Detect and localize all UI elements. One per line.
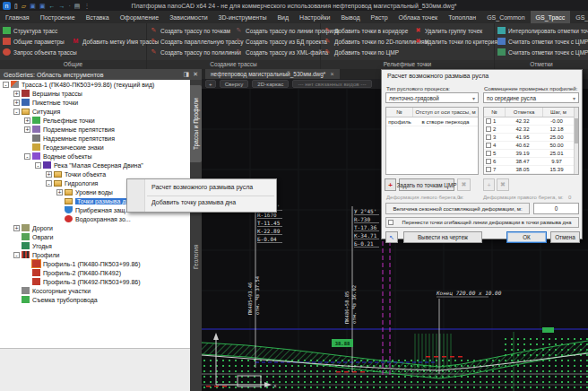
row-checkbox[interactable]	[486, 118, 491, 124]
expand-icon[interactable]	[13, 100, 20, 106]
read-marks-cmr-button[interactable]: Считать отметки точек с ЦМР	[497, 36, 588, 47]
save-icon[interactable]: ▣	[30, 2, 36, 10]
structure-trass-button[interactable]: Структура трасс	[3, 25, 77, 36]
expand-icon[interactable]	[24, 126, 30, 133]
tree-item-relief-points[interactable]: Рельефные точки	[0, 116, 190, 125]
query-object-button[interactable]: Запрос объекта трассы	[3, 47, 77, 57]
pin-icon[interactable]: ◨	[184, 71, 190, 78]
tree-item-vertices[interactable]: Вершины трассы	[0, 89, 190, 98]
transfer-points-row[interactable]: Перенести точки огибающей линии деформац…	[385, 217, 579, 228]
output-to-drawing-button[interactable]: Вывести на чертеж	[403, 231, 482, 243]
tree-item-pickets[interactable]: Пикетные точки	[0, 98, 190, 107]
print-icon[interactable]: ▤	[74, 2, 81, 10]
tree-item-object-points[interactable]: Точки объекта	[0, 169, 190, 178]
add-points-cmr-button[interactable]: ✎Добавить точки по ЦМР	[324, 47, 428, 57]
add-profile-button[interactable]: +	[385, 178, 396, 191]
tab-topoplan[interactable]: Топоплан	[443, 11, 481, 23]
tab-oformlenie[interactable]: Оформление	[115, 11, 164, 23]
seasonal-deformation-input[interactable]: 0	[533, 203, 579, 214]
table-row[interactable]: 638.479.97	[484, 158, 578, 166]
tree-item-situation[interactable]: Ситуация	[0, 107, 190, 116]
tree-item-profiles[interactable]: Профили	[0, 250, 190, 259]
table-row[interactable]: профиль в створе перехода	[386, 117, 478, 126]
row-checkbox[interactable]	[486, 143, 491, 148]
process-type-select[interactable]: ленточно-грядовой▾	[385, 92, 479, 103]
nanocad-logo-icon[interactable]: n	[3, 2, 11, 10]
tree-item-lands[interactable]: Угодья	[0, 241, 190, 250]
save-all-icon[interactable]: ▣	[39, 2, 46, 10]
create-by-polyline-button[interactable]: ✎Создать трассу по полилинии	[150, 47, 244, 57]
tab-nastroyki[interactable]: Настройки	[294, 11, 335, 23]
row-checkbox[interactable]	[486, 135, 491, 140]
row-checkbox[interactable]	[486, 167, 491, 172]
tree-item-slopes[interactable]: Косогорные участки	[0, 286, 190, 295]
undo-icon[interactable]: ←	[49, 2, 56, 10]
viewport-controls-button[interactable]: +	[205, 80, 216, 88]
tab-glavnaya[interactable]: Главная	[0, 11, 35, 23]
interpolate-marks-button[interactable]: Интерполировать отметки точек	[497, 25, 588, 36]
close-palette-icon[interactable]: ✕	[193, 71, 198, 78]
tab-gs-common[interactable]: GS_Common	[481, 11, 530, 23]
tab-postroenie[interactable]: Построение	[35, 11, 81, 23]
set-by-cmr-points-button[interactable]: Задать по точкам ЦМР	[399, 178, 454, 191]
tree-item-geodesic[interactable]: Геодезические знаки	[0, 143, 190, 152]
open-file-icon[interactable]: ▱	[22, 2, 26, 10]
read-marks-cmr-auto-button[interactable]: Считать отметки точек с ЦМР авто	[497, 47, 588, 57]
expand-icon[interactable]	[46, 180, 52, 187]
row-checkbox[interactable]	[486, 151, 491, 156]
add-route-label-button[interactable]: МДобавить метку Имя трассы	[72, 36, 159, 47]
expand-icon[interactable]	[3, 82, 9, 88]
tree-item-roads[interactable]: Дороги	[0, 223, 190, 232]
table-row[interactable]: 539.1925.01	[484, 150, 578, 158]
pick-on-drawing-button[interactable]: ↖	[385, 231, 398, 243]
add-points-2d-button[interactable]: ✎Добавить точки по 2D-полилиниям	[324, 36, 428, 47]
tree-item-river[interactable]: Река "Малая Северная Двина"	[0, 161, 190, 169]
table-row[interactable]: 440.6250.00	[484, 142, 578, 150]
tab-vid[interactable]: Вид	[272, 11, 294, 23]
add-points-corridor-button[interactable]: ✎Добавить точки в коридоре	[324, 25, 428, 36]
tree-item-underground[interactable]: Подземные препятствия	[0, 125, 190, 134]
expand-icon[interactable]	[13, 225, 20, 231]
qat-overflow-icon[interactable]: ⋮	[83, 2, 90, 10]
points-table[interactable]: № Отметка Шаг, м 142.32-0.00 242.3212.18…	[483, 107, 579, 175]
document-tab[interactable]: нефтепровод магистральный_530мм.dwg* ×	[205, 69, 340, 79]
profiles-table[interactable]: № Отступ от оси трассы, м профиль в ство…	[385, 107, 479, 175]
new-file-icon[interactable]: ▯	[14, 2, 18, 10]
tree-item-trace[interactable]: Трасса-1 (ПК480-ПК503+99.86) (текущий ви…	[0, 80, 190, 89]
delete-points-criteria-button[interactable]: ✖Удалить точки по критериям	[414, 36, 501, 47]
tree-item-profile-1[interactable]: Профиль-1 (ПК480-ПК503+99.86)	[0, 259, 190, 268]
tab-vyvod[interactable]: Вывод	[335, 11, 365, 23]
expand-icon[interactable]	[13, 91, 20, 97]
expand-icon[interactable]	[24, 117, 30, 124]
menu-item-calc-scour[interactable]: Расчет возможного размыва русла	[127, 179, 276, 195]
table-row[interactable]: 242.3212.18	[484, 126, 578, 134]
tree-item-pipeline-survey[interactable]: Съемка трубопровода	[0, 295, 190, 304]
tree-item-water-objects[interactable]: Водные объекты	[0, 152, 190, 161]
create-by-points-button[interactable]: ✎Создать трассу по точкам	[150, 25, 244, 36]
align-profiles-select[interactable]: по середине русла▾	[483, 92, 579, 103]
ok-button[interactable]: ОК	[506, 231, 547, 243]
side-tab-geologiya[interactable]: Геология	[190, 238, 202, 275]
table-row[interactable]: 838.3524.45	[484, 174, 578, 175]
tree-item-water-protection-zone[interactable]: Водоохранная зо...	[0, 214, 190, 223]
tab-gs-geology[interactable]: GS_Geology	[570, 11, 588, 23]
expand-icon[interactable]	[46, 171, 52, 178]
tab-oblaka-tochek[interactable]: Облака точек	[393, 11, 444, 23]
row-checkbox[interactable]	[486, 159, 491, 164]
delete-points-group-button[interactable]: ✖Удалить группу точек	[414, 25, 501, 36]
scrollbar-thumb[interactable]	[575, 118, 578, 143]
expand-icon[interactable]	[56, 189, 63, 196]
table-row[interactable]: 738.0515.39	[484, 166, 578, 174]
tree-item-ravines[interactable]: Овраги	[0, 232, 190, 241]
tab-gs-trass[interactable]: GS_Трасс	[531, 11, 571, 23]
expand-icon[interactable]	[13, 252, 20, 258]
table-row[interactable]: 341.9525.00	[484, 134, 578, 142]
tab-zavisimosti[interactable]: Зависимости	[164, 11, 212, 23]
transfer-checkbox[interactable]	[388, 220, 393, 225]
redo-icon[interactable]: →	[59, 2, 65, 10]
close-tab-icon[interactable]: ×	[330, 71, 333, 77]
tab-3d-instrumenty[interactable]: 3D-инструменты	[213, 11, 272, 23]
tree-item-profile-3[interactable]: Профиль-3 (ПК492-ПК503+99.86)	[0, 277, 190, 286]
scrollbar[interactable]	[574, 108, 578, 174]
tree-item-overground[interactable]: Надземные препятствия	[0, 134, 190, 143]
